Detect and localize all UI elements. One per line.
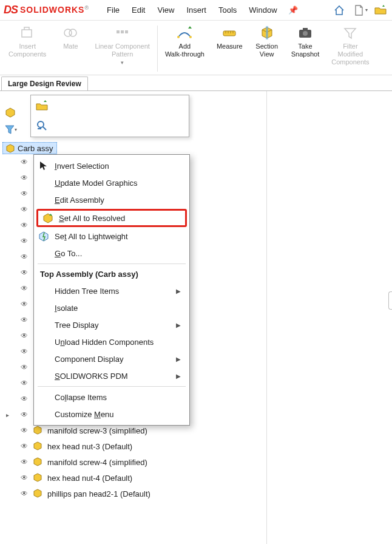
visibility-eye-icon[interactable]: 👁 — [21, 332, 29, 340]
menubar: DS SOLIDWORKS® File Edit View Insert Too… — [0, 0, 392, 21]
menu-insert[interactable]: Insert — [180, 3, 212, 17]
visibility-eye-icon[interactable]: 👁 — [21, 158, 29, 166]
tree-root-node[interactable]: Carb assy — [2, 142, 57, 154]
part-cube-icon — [33, 457, 44, 467]
ribbon-label: Section View — [255, 42, 278, 58]
visibility-eye-icon[interactable]: 👁 — [21, 253, 29, 261]
tree-item[interactable]: 👁hex head nut-4 (Default) — [2, 470, 264, 486]
ribbon-measure[interactable]: Measure — [211, 23, 249, 52]
ribbon-mate: Mate — [52, 23, 89, 52]
tree-item[interactable]: 👁manifold screw-4 (simplified) — [2, 454, 264, 470]
asm-icon[interactable] — [4, 106, 17, 119]
ctx-edit-assembly[interactable]: Edit Assembly — [34, 191, 189, 208]
logo-prefix: DS — [4, 4, 18, 16]
ctx-solidworks-pdm[interactable]: SOLIDWORKS PDM▶ — [34, 367, 189, 384]
visibility-eye-icon[interactable]: 👁 — [21, 395, 29, 403]
ctx-label: Tree Display — [55, 321, 98, 330]
svg-point-7 — [189, 36, 192, 38]
tree-item-label: phillips pan head2-1 (Default) — [47, 489, 150, 498]
visibility-eye-icon[interactable]: 👁 — [21, 221, 29, 229]
visibility-eye-icon[interactable]: 👁 — [21, 474, 29, 482]
home-icon[interactable] — [331, 2, 347, 18]
ctx-set-all-resolved[interactable]: Set All to Resolved — [36, 209, 187, 227]
ctx-hidden-tree-items[interactable]: Hidden Tree Items▶ — [34, 282, 189, 299]
tree-item-label: manifold screw-4 (simplified) — [47, 458, 147, 467]
ribbon-label: Filter Modified Components — [331, 42, 369, 66]
svg-rect-9 — [266, 26, 268, 39]
ctx-label: Unload Hidden Components — [55, 338, 154, 347]
ribbon-label: Mate — [63, 42, 78, 50]
tree-item-label: hex head nut-4 (Default) — [47, 474, 132, 483]
visibility-eye-icon[interactable]: 👁 — [21, 379, 29, 387]
visibility-eye-icon[interactable]: 👁 — [21, 458, 29, 466]
visibility-eye-icon[interactable]: 👁 — [21, 316, 29, 324]
visibility-eye-icon[interactable]: 👁 — [21, 442, 29, 450]
ctx-customize-menu[interactable]: Customize Menu — [34, 406, 189, 423]
cursor-icon — [38, 160, 50, 172]
open-folder-icon[interactable] — [373, 2, 388, 18]
visibility-eye-icon[interactable]: 👁 — [21, 268, 29, 277]
ribbon-insert-components: Insert Components — [2, 23, 52, 59]
zoom-fit-icon[interactable] — [35, 118, 49, 133]
visibility-eye-icon[interactable]: 👁 — [21, 189, 29, 198]
visibility-eye-icon[interactable]: 👁 — [21, 347, 29, 356]
visibility-eye-icon[interactable]: 👁 — [21, 284, 29, 293]
ctx-set-all-lightweight[interactable]: Set All to Lightweight — [34, 228, 189, 245]
svg-rect-4 — [121, 30, 124, 33]
filter-funnel-icon[interactable]: ▾ — [4, 123, 17, 136]
ctx-isolate[interactable]: Isolate — [34, 299, 189, 316]
ctx-collapse-items[interactable]: Collapse Items — [34, 389, 189, 406]
visibility-eye-icon[interactable]: 👁 — [21, 426, 29, 435]
ctx-label: Invert Selection — [55, 162, 109, 171]
visibility-eye-icon[interactable]: 👁 — [21, 300, 29, 308]
svg-rect-5 — [125, 30, 128, 33]
pane-collapse-handle[interactable] — [388, 291, 392, 310]
part-cube-icon — [33, 441, 44, 452]
ctx-go-to[interactable]: Go To... — [34, 245, 189, 262]
tab-large-design-review[interactable]: Large Design Review — [1, 76, 88, 90]
tree-item[interactable]: 👁hex head nut-3 (Default) — [2, 438, 264, 454]
menu-edit[interactable]: Edit — [126, 3, 151, 17]
ctx-tree-display[interactable]: Tree Display▶ — [34, 316, 189, 333]
menu-view[interactable]: View — [151, 3, 180, 17]
ctx-separator — [38, 264, 186, 264]
visibility-eye-icon[interactable]: 👁 — [21, 363, 29, 372]
ribbon-section-view[interactable]: Section View — [249, 23, 285, 59]
ribbon-add-walkthrough[interactable]: Add Walk-through — [159, 23, 211, 59]
ctx-label: Hidden Tree Items — [55, 287, 119, 296]
graphics-area[interactable] — [267, 91, 392, 544]
tree-tab-icons: ▾ — [4, 106, 17, 136]
tree-item-label: hex head nut-3 (Default) — [47, 442, 132, 451]
command-tab-row: Large Design Review — [0, 75, 392, 91]
visibility-eye-icon[interactable]: 👁 — [21, 410, 29, 419]
tree-item-label: manifold screw-3 (simplified) — [47, 426, 147, 435]
ribbon-label: Measure — [217, 42, 243, 50]
ctx-unload-hidden[interactable]: Unload Hidden Components — [34, 333, 189, 350]
lightweight-icon — [38, 230, 50, 242]
part-cube-icon — [33, 425, 44, 436]
open-asm-icon[interactable] — [35, 99, 49, 114]
visibility-eye-icon[interactable]: 👁 — [21, 237, 29, 245]
svg-rect-12 — [303, 28, 308, 30]
pin-icon[interactable]: 📌 — [288, 5, 298, 15]
tree-item[interactable]: 👁phillips pan head2-1 (Default) — [2, 486, 264, 501]
feature-tree-pane: ▾ Carb assy — [0, 91, 267, 544]
ctx-update-model-graphics[interactable]: Update Model Graphics — [34, 174, 189, 191]
svg-point-13 — [38, 121, 44, 127]
visibility-eye-icon[interactable]: 👁 — [21, 205, 29, 214]
ctx-invert-selection[interactable]: Invert Selection — [34, 157, 189, 174]
walk-icon — [176, 24, 193, 41]
new-doc-icon[interactable]: ▾ — [352, 2, 368, 18]
menu-file[interactable]: File — [101, 3, 126, 17]
submenu-arrow-icon: ▶ — [176, 288, 181, 294]
ctx-label: Edit Assembly — [55, 195, 104, 205]
menu-tools[interactable]: Tools — [212, 3, 243, 17]
snapshot-icon — [297, 24, 314, 41]
ribbon-take-snapshot[interactable]: Take Snapshot — [285, 23, 325, 59]
insert-comp-icon — [19, 24, 36, 41]
ribbon-label: Linear Component Pattern — [95, 42, 150, 58]
menu-window[interactable]: Window — [243, 3, 283, 17]
ctx-component-display[interactable]: Component Display▶ — [34, 350, 189, 367]
visibility-eye-icon[interactable]: 👁 — [21, 489, 29, 498]
visibility-eye-icon[interactable]: 👁 — [21, 174, 29, 182]
